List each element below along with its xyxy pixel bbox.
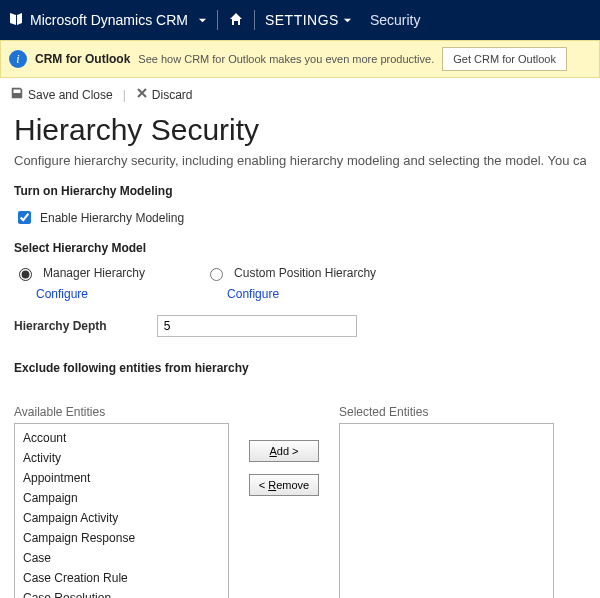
- list-item[interactable]: Case: [15, 548, 228, 568]
- configure-custom-link[interactable]: Configure: [227, 287, 279, 301]
- global-nav: Microsoft Dynamics CRM SETTINGS Security: [0, 0, 600, 40]
- hierarchy-depth-input[interactable]: [157, 315, 357, 337]
- list-item[interactable]: Campaign Response: [15, 528, 228, 548]
- chevron-down-icon: [343, 12, 352, 28]
- section-select-model: Select Hierarchy Model: [14, 241, 586, 255]
- save-icon: [10, 86, 24, 103]
- outlook-notice: i CRM for Outlook See how CRM for Outloo…: [0, 40, 600, 78]
- add-button[interactable]: Add >: [249, 440, 319, 462]
- selected-entities-label: Selected Entities: [339, 405, 586, 419]
- dynamics-logo-icon: [8, 11, 24, 30]
- form-toolbar: Save and Close | Discard: [0, 78, 600, 111]
- selected-entities-listbox[interactable]: [339, 423, 554, 598]
- list-item[interactable]: Case Creation Rule: [15, 568, 228, 588]
- product-name: Microsoft Dynamics CRM: [30, 12, 188, 28]
- page-body: Hierarchy Security Configure hierarchy s…: [0, 113, 600, 598]
- save-and-close-button[interactable]: Save and Close: [10, 86, 113, 103]
- section-turn-on: Turn on Hierarchy Modeling: [14, 184, 586, 198]
- enable-hierarchy-checkbox[interactable]: [18, 211, 31, 224]
- info-icon: i: [9, 50, 27, 68]
- page-intro: Configure hierarchy security, including …: [14, 153, 586, 168]
- discard-label: Discard: [152, 88, 193, 102]
- list-item[interactable]: Case Resolution: [15, 588, 228, 598]
- list-item[interactable]: Account: [15, 428, 228, 448]
- page-title: Hierarchy Security: [14, 113, 586, 147]
- home-icon[interactable]: [228, 11, 244, 30]
- list-item[interactable]: Appointment: [15, 468, 228, 488]
- section-exclude: Exclude following entities from hierarch…: [14, 361, 586, 375]
- radio-custom-input[interactable]: [210, 268, 223, 281]
- notice-message: See how CRM for Outlook makes you even m…: [138, 53, 434, 65]
- save-and-close-label: Save and Close: [28, 88, 113, 102]
- list-item[interactable]: Campaign: [15, 488, 228, 508]
- close-icon: [136, 87, 148, 102]
- remove-button[interactable]: < Remove: [249, 474, 319, 496]
- radio-custom-label: Custom Position Hierarchy: [234, 266, 376, 280]
- list-item[interactable]: Campaign Activity: [15, 508, 228, 528]
- breadcrumb[interactable]: Security: [370, 12, 421, 28]
- divider: [217, 10, 218, 30]
- area-switcher[interactable]: SETTINGS: [265, 12, 352, 28]
- radio-custom-hierarchy[interactable]: Custom Position Hierarchy: [205, 265, 376, 281]
- separator: |: [123, 88, 126, 102]
- product-switcher[interactable]: Microsoft Dynamics CRM: [8, 11, 207, 30]
- available-entities-label: Available Entities: [14, 405, 229, 419]
- divider: [254, 10, 255, 30]
- radio-manager-label: Manager Hierarchy: [43, 266, 145, 280]
- available-entities-listbox[interactable]: AccountActivityAppointmentCampaignCampai…: [14, 423, 229, 598]
- area-label: SETTINGS: [265, 12, 339, 28]
- notice-title: CRM for Outlook: [35, 52, 130, 66]
- enable-hierarchy-label: Enable Hierarchy Modeling: [40, 211, 184, 225]
- chevron-down-icon: [198, 12, 207, 28]
- discard-button[interactable]: Discard: [136, 87, 193, 102]
- list-item[interactable]: Activity: [15, 448, 228, 468]
- hierarchy-depth-label: Hierarchy Depth: [14, 319, 107, 333]
- configure-manager-link[interactable]: Configure: [36, 287, 88, 301]
- get-outlook-button[interactable]: Get CRM for Outlook: [442, 47, 567, 71]
- radio-manager-hierarchy[interactable]: Manager Hierarchy: [14, 265, 145, 281]
- radio-manager-input[interactable]: [19, 268, 32, 281]
